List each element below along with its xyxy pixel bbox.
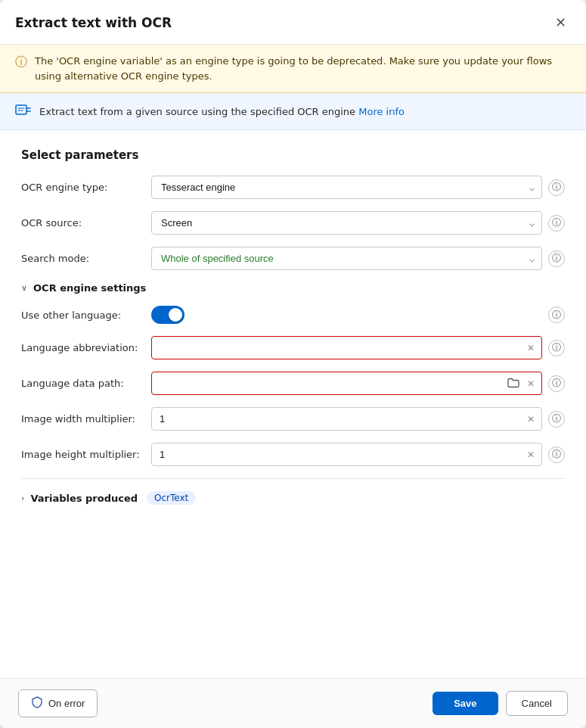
dialog-footer: On error Save Cancel [0, 678, 586, 728]
ocr-engine-settings-title: OCR engine settings [33, 282, 146, 294]
cancel-button[interactable]: Cancel [506, 691, 568, 716]
image-width-multiplier-clear-button[interactable]: ✕ [526, 412, 536, 426]
image-width-multiplier-input[interactable] [151, 407, 542, 431]
save-button[interactable]: Save [433, 692, 498, 715]
dialog-body: Select parameters OCR engine type: Tesse… [0, 130, 586, 678]
search-mode-select[interactable]: Whole of specified source Search for tex… [151, 247, 542, 270]
ocr-source-row: OCR source: Screen Image on disk Clipboa… [21, 211, 565, 235]
image-height-multiplier-row: Image height multiplier: ✕ ⓘ [21, 443, 565, 466]
language-data-path-control: ✕ ⓘ [151, 372, 565, 395]
image-width-multiplier-control: ✕ ⓘ [151, 407, 565, 431]
image-height-multiplier-info-button[interactable]: ⓘ [548, 446, 565, 463]
ocr-source-label: OCR source: [21, 217, 142, 229]
language-abbreviation-input-wrapper: ✕ [151, 336, 542, 359]
warning-icon: ⓘ [15, 54, 27, 70]
collapse-chevron-icon: ∨ [21, 283, 27, 293]
info-circle-icon: ⓘ [552, 309, 561, 322]
use-other-language-row: Use other language: ⓘ [21, 306, 565, 324]
info-circle-icon: ⓘ [552, 252, 561, 265]
ocr-engine-settings-header[interactable]: ∨ OCR engine settings [21, 282, 565, 294]
language-abbreviation-control: ✕ ⓘ [151, 336, 565, 359]
ocr-engine-type-label: OCR engine type: [21, 182, 142, 193]
warning-banner: ⓘ The 'OCR engine variable' as an engine… [0, 45, 586, 93]
use-other-language-info-button[interactable]: ⓘ [548, 306, 565, 323]
dialog-title: Extract text with OCR [15, 15, 172, 30]
language-abbreviation-row: Language abbreviation: ✕ ⓘ [21, 336, 565, 359]
search-mode-info-button[interactable]: ⓘ [548, 250, 565, 267]
on-error-button[interactable]: On error [18, 689, 98, 717]
image-width-multiplier-input-wrapper: ✕ [151, 407, 542, 431]
use-other-language-toggle[interactable] [151, 306, 184, 324]
search-mode-select-wrapper: Whole of specified source Search for tex… [151, 247, 542, 270]
ocr-engine-type-control: Tesseract engine Windows OCR engine OCR … [151, 176, 565, 199]
variables-badge: OcrText [147, 491, 196, 505]
image-height-multiplier-input-wrapper: ✕ [151, 443, 542, 466]
ocr-engine-type-select-wrapper: Tesseract engine Windows OCR engine OCR … [151, 176, 542, 199]
language-abbreviation-input[interactable] [151, 336, 542, 359]
ocr-source-select-wrapper: Screen Image on disk Clipboard ⌵ [151, 211, 542, 235]
image-width-multiplier-label: Image width multiplier: [21, 413, 142, 425]
image-height-multiplier-label: Image height multiplier: [21, 449, 142, 460]
info-circle-icon: ⓘ [552, 216, 561, 229]
info-circle-icon: ⓘ [552, 341, 561, 354]
image-width-multiplier-info-button[interactable]: ⓘ [548, 411, 565, 428]
close-button[interactable]: ✕ [550, 12, 571, 33]
variables-title: Variables produced [30, 493, 138, 504]
divider [21, 478, 565, 479]
image-height-multiplier-input[interactable] [151, 443, 542, 466]
variables-section: › Variables produced OcrText [21, 491, 565, 505]
language-abbreviation-clear-button[interactable]: ✕ [526, 341, 536, 355]
warning-text: The 'OCR engine variable' as an engine t… [35, 54, 571, 83]
language-data-path-clear-button[interactable]: ✕ [526, 377, 536, 390]
ocr-engine-settings-section: ∨ OCR engine settings Use other language… [21, 282, 565, 466]
extract-ocr-dialog: Extract text with OCR ✕ ⓘ The 'OCR engin… [0, 0, 586, 728]
search-mode-label: Search mode: [21, 253, 142, 264]
language-abbreviation-info-button[interactable]: ⓘ [548, 340, 565, 356]
language-data-path-input[interactable] [151, 372, 542, 395]
more-info-link[interactable]: More info [358, 106, 405, 117]
language-data-path-label: Language data path: [21, 378, 142, 389]
section-title: Select parameters [21, 148, 565, 162]
shield-icon [31, 696, 43, 711]
ocr-engine-type-row: OCR engine type: Tesseract engine Window… [21, 176, 565, 199]
toggle-slider [151, 306, 184, 324]
language-data-path-input-wrapper: ✕ [151, 372, 542, 395]
ocr-source-info-button[interactable]: ⓘ [548, 215, 565, 232]
ocr-engine-type-info-button[interactable]: ⓘ [548, 179, 565, 196]
image-height-multiplier-clear-button[interactable]: ✕ [526, 448, 536, 462]
search-mode-control: Whole of specified source Search for tex… [151, 247, 565, 270]
dialog-header: Extract text with OCR ✕ [0, 0, 586, 45]
info-circle-icon: ⓘ [552, 448, 561, 461]
use-other-language-control: ⓘ [151, 306, 565, 324]
info-circle-icon: ⓘ [552, 377, 561, 390]
toggle-wrapper [151, 306, 184, 324]
variables-header[interactable]: › Variables produced [21, 493, 138, 504]
ocr-source-control: Screen Image on disk Clipboard ⌵ ⓘ [151, 211, 565, 235]
footer-right: Save Cancel [433, 691, 568, 716]
info-circle-icon: ⓘ [552, 412, 561, 425]
info-banner-text: Extract text from a given source using t… [39, 106, 405, 117]
info-banner: Extract text from a given source using t… [0, 93, 586, 130]
search-mode-row: Search mode: Whole of specified source S… [21, 247, 565, 270]
ocr-engine-type-select[interactable]: Tesseract engine Windows OCR engine OCR … [151, 176, 542, 199]
ocr-icon [15, 102, 32, 120]
language-data-path-row: Language data path: ✕ ⓘ [21, 372, 565, 395]
variables-chevron-icon: › [21, 493, 24, 503]
use-other-language-label: Use other language: [21, 310, 142, 321]
folder-browse-button[interactable] [506, 375, 521, 391]
info-circle-icon: ⓘ [552, 181, 561, 194]
svg-rect-0 [16, 105, 26, 114]
language-abbreviation-label: Language abbreviation: [21, 342, 142, 353]
image-height-multiplier-control: ✕ ⓘ [151, 443, 565, 466]
ocr-source-select[interactable]: Screen Image on disk Clipboard [151, 211, 542, 235]
language-data-path-info-button[interactable]: ⓘ [548, 375, 565, 392]
image-width-multiplier-row: Image width multiplier: ✕ ⓘ [21, 407, 565, 431]
on-error-label: On error [48, 698, 85, 709]
